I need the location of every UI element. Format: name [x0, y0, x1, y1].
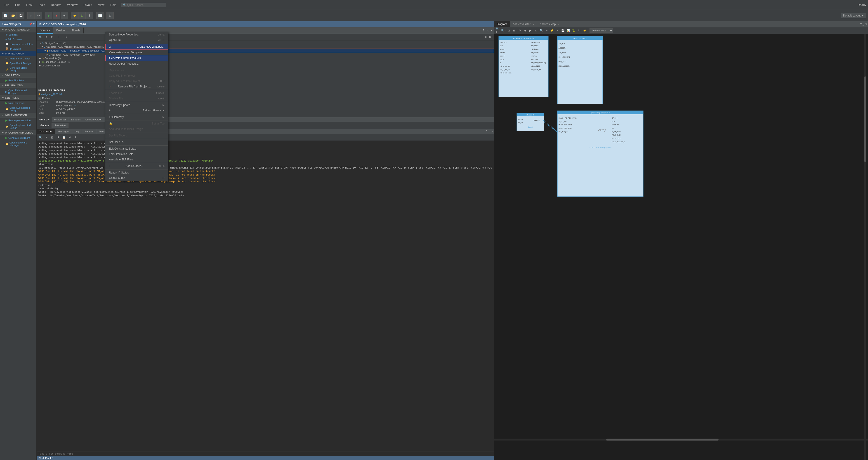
tab-design[interactable]: Design: [53, 28, 68, 33]
ctx-report-ip-status[interactable]: Report IP Status: [105, 170, 168, 175]
close-icon[interactable]: ✕: [490, 29, 493, 32]
menu-reports[interactable]: Reports: [48, 2, 64, 7]
tab-address-map[interactable]: Address Map ✕: [537, 21, 562, 27]
ctx-associate-elf[interactable]: Associate ELF Files...: [105, 157, 168, 162]
tab-hierarchy[interactable]: Hierarchy: [37, 117, 52, 122]
ctx-edit-simulation[interactable]: Edit Simulation Sets...: [105, 152, 168, 157]
tab-properties[interactable]: Properties: [52, 123, 68, 128]
nav-item-run-implementation[interactable]: ▶ Run Implementation: [0, 118, 36, 123]
tab-reports[interactable]: Reports: [82, 129, 96, 134]
settings-btn[interactable]: ⚙: [488, 35, 493, 39]
autoconn-btn[interactable]: ⚡: [550, 28, 555, 33]
tab-messages[interactable]: Messages: [55, 129, 72, 134]
ctx-hierarchy-update[interactable]: Hierarchy Update ▶: [105, 102, 168, 108]
tcl-pause-btn[interactable]: ⏸: [56, 135, 61, 140]
nav-item-open-hardware-manager[interactable]: 📂 Open Hardware Manager: [0, 140, 36, 147]
collapse-all-btn[interactable]: ≡: [44, 35, 49, 39]
type-edit-btn[interactable]: ···: [74, 104, 76, 107]
tab-sources[interactable]: Sources: [37, 27, 53, 34]
run-button[interactable]: ▶: [45, 12, 53, 19]
redo-button[interactable]: ↪: [35, 12, 42, 19]
diag-min-icon[interactable]: _: [863, 23, 864, 26]
diagram-canvas[interactable]: AXI4-Stream to Video Out vtiming_in aclk…: [494, 34, 868, 460]
tcl-wrap-btn[interactable]: ↵: [67, 135, 72, 140]
enabled-checkbox[interactable]: [38, 97, 41, 100]
validate-btn[interactable]: ✓: [555, 28, 560, 33]
section-header-synthesis[interactable]: ▼ SYNTHESIS: [0, 95, 36, 101]
ctx-ip-hierarchy[interactable]: IP Hierarchy ▶: [105, 114, 168, 120]
refresh-diagram-btn[interactable]: ↻: [577, 28, 582, 33]
close-icon[interactable]: ✕: [557, 23, 559, 26]
undo-button[interactable]: ↩: [27, 12, 35, 19]
section-header-ip-integrator[interactable]: ▼ IP INTEGRATOR: [0, 51, 36, 56]
save-btn[interactable]: 💾: [561, 28, 565, 33]
tab-compile-order[interactable]: Compile Order: [83, 117, 104, 122]
tcl-clear-btn[interactable]: 🗑: [50, 135, 55, 140]
new-button[interactable]: 📄: [2, 12, 9, 19]
tab-diagram[interactable]: Diagram: [494, 21, 510, 27]
tab-ip-sources[interactable]: IP Sources: [52, 117, 69, 122]
ctx-remove-file[interactable]: ✕ Remove File from Project... Delete: [105, 84, 168, 89]
tcl-search-btn[interactable]: 🔍: [38, 135, 43, 140]
stop-button[interactable]: ■: [53, 12, 60, 19]
expand-all-btn[interactable]: ⊞: [50, 35, 55, 39]
flow-nav-help-icon[interactable]: ?: [33, 23, 35, 26]
ctx-set-used-in[interactable]: Set Used In...: [105, 139, 168, 145]
help-icon[interactable]: ?: [483, 29, 485, 32]
gen-bd-btn[interactable]: ⚡: [582, 28, 587, 33]
report-btn[interactable]: 📊: [566, 28, 571, 33]
ctx-source-node-props[interactable]: Source Node Properties... Ctrl+E: [105, 32, 168, 37]
close-icon[interactable]: ✕: [532, 23, 534, 26]
program-button[interactable]: ⬇: [86, 12, 93, 19]
minimize-icon[interactable]: _: [485, 29, 487, 32]
back-btn[interactable]: ◀: [523, 28, 528, 33]
nav-item-open-block-design[interactable]: 📂 Open Block Design: [0, 61, 36, 66]
menu-file[interactable]: File: [2, 2, 12, 7]
open-button[interactable]: 📂: [9, 12, 17, 19]
report-button[interactable]: 📊: [96, 12, 103, 19]
tcl-command-input[interactable]: [38, 452, 492, 455]
zoom-in-btn[interactable]: 🔍+: [495, 28, 500, 33]
debug-btn[interactable]: 🐛: [571, 28, 577, 33]
settings-button[interactable]: ⚙: [106, 12, 114, 19]
ctx-generate-output-products[interactable]: Generate Output Products...: [105, 55, 168, 61]
nav-item-open-elaborated[interactable]: ▶ Open Elaborated Design: [0, 88, 36, 95]
diag-help-icon[interactable]: ?: [860, 23, 862, 26]
section-header-project-manager[interactable]: ▼ PROJECT MANAGER: [0, 27, 36, 32]
tab-address-editor[interactable]: Address Editor ✕: [510, 21, 537, 27]
refresh-btn[interactable]: ↻: [64, 35, 69, 39]
menu-window[interactable]: Window: [64, 2, 80, 7]
nav-item-add-sources[interactable]: + Add Sources: [0, 37, 36, 41]
ctx-refresh-hierarchy[interactable]: ↻ Refresh Hierarchy: [105, 108, 168, 113]
view-selector[interactable]: Default View Interface View: [590, 28, 613, 33]
menu-edit[interactable]: Edit: [12, 2, 23, 7]
menu-help[interactable]: Help: [107, 2, 119, 7]
impl-button[interactable]: ⚙: [79, 12, 86, 19]
search-btn[interactable]: 🔍: [539, 28, 544, 33]
up-btn[interactable]: ▲: [533, 28, 538, 33]
nav-item-run-synthesis[interactable]: ▶ Run Synthesis: [0, 101, 36, 105]
ctx-add-sources[interactable]: + Add Sources... Alt+A: [105, 163, 168, 169]
step-button[interactable]: ⏭: [61, 12, 68, 19]
ctx-view-instantiation[interactable]: View Instantiation Template: [105, 50, 168, 55]
maximize-icon[interactable]: □: [488, 29, 489, 32]
menu-layout[interactable]: Layout: [81, 2, 95, 7]
tab-libraries[interactable]: Libraries: [69, 117, 83, 122]
tab-general[interactable]: General: [38, 123, 52, 128]
nav-item-settings[interactable]: ⚙ Settings: [0, 32, 36, 37]
tab-signals[interactable]: Signals: [68, 28, 84, 33]
tcl-scroll-btn[interactable]: ⬇: [73, 135, 78, 140]
tcl-help-icon[interactable]: ?: [486, 130, 488, 133]
add-source-btn[interactable]: +: [56, 35, 61, 39]
flow-nav-pin-icon[interactable]: 📌: [29, 23, 32, 26]
tab-log[interactable]: Log: [72, 129, 82, 134]
ctx-go-to-source[interactable]: Go to Source F7: [105, 175, 168, 181]
tcl-max-icon[interactable]: □: [491, 130, 492, 133]
ctx-open-file[interactable]: Open File Alt+O: [105, 37, 168, 43]
nav-item-run-simulation[interactable]: ▶ Run Simulation: [0, 78, 36, 83]
ctx-reset-output-products[interactable]: Reset Output Products...: [105, 61, 168, 66]
zoom-out-btn[interactable]: 🔍-: [501, 28, 506, 33]
nav-item-lang-templates[interactable]: 📋 Language Templates: [0, 41, 36, 46]
fwd-btn[interactable]: ▶: [528, 28, 533, 33]
section-header-rtl-analysis[interactable]: ▼ RTL ANALYSIS: [0, 83, 36, 88]
